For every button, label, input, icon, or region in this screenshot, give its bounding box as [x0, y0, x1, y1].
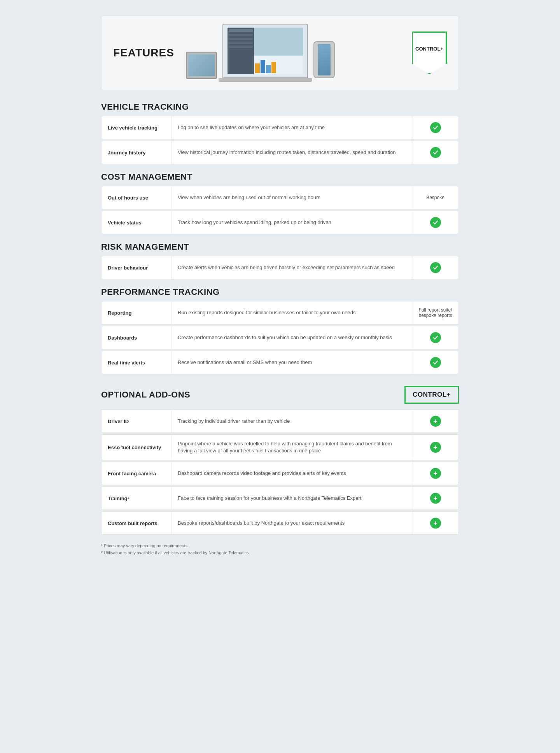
- addon-row: Front facing camera Dashboard camera rec…: [101, 462, 459, 485]
- feature-row: Vehicle status Track how long your vehic…: [101, 211, 459, 234]
- section-title-risk-management: Risk Management: [101, 242, 459, 252]
- addon-row: Esso fuel connectivity Pinpoint where a …: [101, 434, 459, 460]
- feature-row: Reporting Run existing reports designed …: [101, 301, 459, 324]
- addon-name: Front facing camera: [102, 462, 172, 485]
- plus-icon: +: [430, 518, 441, 529]
- feature-name: Out of hours use: [102, 186, 172, 209]
- feature-status: [412, 141, 458, 164]
- device-illustration: [186, 24, 335, 82]
- phone-device: [313, 41, 335, 78]
- header-section: Features: [101, 16, 459, 90]
- section-title-cost-management: Cost Management: [101, 172, 459, 182]
- check-icon: [430, 122, 441, 133]
- feature-rows-vehicle-tracking: Live vehicle tracking Log on to see live…: [101, 116, 459, 164]
- footnote-2: ² Utilisation is only available if all v…: [101, 550, 459, 557]
- laptop-base: [219, 78, 312, 82]
- feature-name: Real time alerts: [102, 351, 172, 374]
- feature-name: Reporting: [102, 301, 172, 324]
- shield-text-line1: CONTROL+: [415, 46, 443, 52]
- addon-description: Face to face training session for your b…: [172, 487, 412, 510]
- feature-row: Real time alerts Receive notifications v…: [101, 351, 459, 374]
- footnotes: ¹ Prices may vary depending on requireme…: [101, 543, 459, 556]
- feature-rows-performance-tracking: Reporting Run existing reports designed …: [101, 301, 459, 374]
- page-wrapper: Features: [101, 16, 459, 557]
- addon-name: Driver ID: [102, 410, 172, 433]
- check-icon: [430, 332, 441, 343]
- feature-name: Live vehicle tracking: [102, 116, 172, 139]
- addon-description: Pinpoint where a vehicle was refuelled t…: [172, 435, 412, 460]
- feature-row: Live vehicle tracking Log on to see live…: [101, 116, 459, 139]
- header-left: Features: [113, 24, 335, 82]
- feature-description: Receive notifications via email or SMS w…: [172, 351, 412, 374]
- feature-description: Create performance dashboards to suit yo…: [172, 326, 412, 349]
- feature-row: Out of hours use View when vehicles are …: [101, 186, 459, 209]
- addon-row: Driver ID Tracking by individual driver …: [101, 410, 459, 433]
- check-icon: [430, 262, 441, 273]
- bespoke-label: Bespoke: [426, 195, 444, 200]
- section-risk-management: Risk Management Driver behaviour Create …: [101, 242, 459, 279]
- addon-row: Custom built reports Bespoke reports/das…: [101, 511, 459, 535]
- addons-header: Optional Add-Ons CONTROL+: [101, 386, 459, 404]
- addon-rows: Driver ID Tracking by individual driver …: [101, 410, 459, 535]
- feature-description: View when vehicles are being used out of…: [172, 186, 412, 209]
- feature-rows-risk-management: Driver behaviour Create alerts when vehi…: [101, 256, 459, 279]
- features-title: Features: [113, 47, 174, 59]
- section-cost-management: Cost Management Out of hours use View wh…: [101, 172, 459, 234]
- feature-status: [412, 256, 458, 279]
- section-addons: Optional Add-Ons CONTROL+ Driver ID Trac…: [101, 386, 459, 535]
- tablet-device: [186, 52, 217, 79]
- feature-description: Create alerts when vehicles are being dr…: [172, 256, 412, 279]
- addon-row: Training¹ Face to face training session …: [101, 487, 459, 510]
- control-plus-box: CONTROL+: [404, 386, 459, 404]
- laptop-screen: [222, 24, 308, 78]
- footnote-1: ¹ Prices may vary depending on requireme…: [101, 543, 459, 550]
- addons-title: Optional Add-Ons: [101, 390, 190, 400]
- addon-status: +: [412, 487, 458, 510]
- laptop-wrapper: [219, 24, 312, 82]
- feature-status: [412, 211, 458, 234]
- feature-rows-cost-management: Out of hours use View when vehicles are …: [101, 186, 459, 234]
- feature-description: Run existing reports designed for simila…: [172, 301, 412, 324]
- section-vehicle-tracking: Vehicle Tracking Live vehicle tracking L…: [101, 102, 459, 164]
- section-title-performance-tracking: Performance Tracking: [101, 287, 459, 297]
- plus-icon: +: [430, 468, 441, 479]
- addon-name: Custom built reports: [102, 512, 172, 534]
- feature-status: [412, 326, 458, 349]
- feature-name: Journey history: [102, 141, 172, 164]
- addon-status: +: [412, 435, 458, 460]
- addon-status: +: [412, 410, 458, 433]
- addon-description: Tracking by individual driver rather tha…: [172, 410, 412, 433]
- check-icon: [430, 357, 441, 368]
- feature-status: Bespoke: [412, 186, 458, 209]
- feature-description: Log on to see live updates on where your…: [172, 116, 412, 139]
- feature-row: Journey history View historical journey …: [101, 141, 459, 164]
- addon-status: +: [412, 462, 458, 485]
- addon-description: Dashboard camera records video footage a…: [172, 462, 412, 485]
- check-icon: [430, 147, 441, 158]
- plus-icon: +: [430, 416, 441, 427]
- section-performance-tracking: Performance Tracking Reporting Run exist…: [101, 287, 459, 374]
- feature-row: Dashboards Create performance dashboards…: [101, 326, 459, 349]
- feature-name: Dashboards: [102, 326, 172, 349]
- feature-description: Track how long your vehicles spend idlin…: [172, 211, 412, 234]
- shield-badge: CONTROL+: [412, 32, 447, 74]
- addon-name: Training¹: [102, 487, 172, 510]
- report-suite-label: Full report suite/ bespoke reports: [418, 307, 452, 318]
- feature-row: Driver behaviour Create alerts when vehi…: [101, 256, 459, 279]
- feature-description: View historical journey information incl…: [172, 141, 412, 164]
- section-title-vehicle-tracking: Vehicle Tracking: [101, 102, 459, 112]
- plus-icon: +: [430, 493, 441, 504]
- feature-name: Vehicle status: [102, 211, 172, 234]
- feature-name: Driver behaviour: [102, 256, 172, 279]
- feature-status: [412, 351, 458, 374]
- plus-icon: +: [430, 442, 441, 453]
- addon-name: Esso fuel connectivity: [102, 435, 172, 460]
- addon-status: +: [412, 512, 458, 534]
- addon-description: Bespoke reports/dashboards built by Nort…: [172, 512, 412, 534]
- feature-status: Full report suite/ bespoke reports: [412, 301, 458, 324]
- feature-status: [412, 116, 458, 139]
- check-icon: [430, 217, 441, 228]
